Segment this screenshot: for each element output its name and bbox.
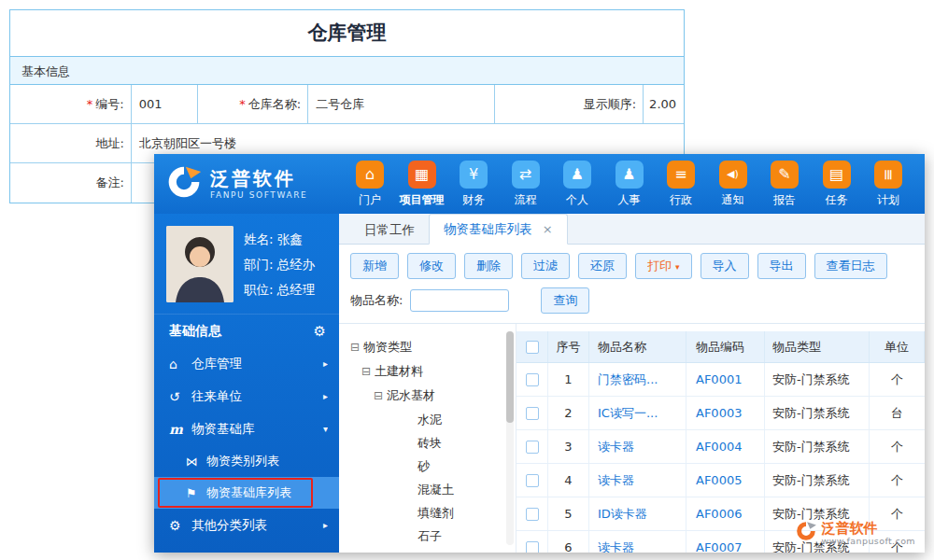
export-button[interactable]: 导出 — [757, 253, 806, 279]
nav-item-hr[interactable]: ♟ 人事 — [604, 161, 655, 208]
nav-item-process[interactable]: ⇄ 流程 — [501, 161, 551, 208]
collapse-icon[interactable]: ⊟ — [374, 389, 383, 402]
sidebar-item-material-category-list[interactable]: ⋈ 物资类别列表 — [154, 445, 339, 477]
col-unit: 单位 — [870, 331, 925, 362]
nav-item-finance[interactable]: ¥ 财务 — [448, 161, 499, 208]
item-name-input[interactable] — [410, 289, 509, 312]
caret-down-icon: ▾ — [675, 262, 680, 272]
item-name-link[interactable]: IC读写一... — [589, 397, 686, 429]
flag-icon: ⚑ — [186, 486, 206, 500]
nav-item-project[interactable]: ▦ 项目管理 — [397, 161, 447, 208]
home-icon: ⌂ — [169, 357, 191, 371]
sidebar-item-warehouse[interactable]: ⌂ 仓库管理 ▸ — [154, 347, 339, 380]
logo-subtitle: FANPU SOFTWARE — [210, 190, 307, 200]
section-header: 基本信息 — [10, 56, 684, 85]
address-label: 地址: — [10, 124, 132, 162]
item-name-label: 物品名称: — [350, 292, 403, 309]
logo-title: 泛普软件 — [210, 168, 307, 189]
gear-icon[interactable]: ⚙ — [314, 323, 326, 340]
category-tree: ⊟物资类型 ⊟土建材料 ⊟泥水基材 水泥 砖块 砂 混凝土 填缝剂 石子 ⊟钢材 — [339, 324, 517, 553]
admin-layers-icon: ≡ — [667, 161, 695, 189]
cycle-icon: ↺ — [169, 389, 191, 404]
tree-node[interactable]: 石子 — [350, 525, 502, 548]
code-field[interactable]: 001 — [132, 85, 199, 123]
row-checkbox[interactable] — [526, 508, 539, 521]
chevron-right-icon: ▸ — [323, 358, 328, 369]
item-name-link[interactable]: ID读卡器 — [589, 497, 686, 530]
delete-button[interactable]: 删除 — [464, 253, 513, 279]
items-table: 序号 物品名称 物品编码 物品类型 单位 1 门禁密码... AF0001 安防… — [517, 324, 925, 553]
table-row[interactable]: 4 读卡器 AF0005 安防-门禁系统 个 — [517, 464, 925, 497]
app-header: 泛普软件 FANPU SOFTWARE ⌂ 门户 ▦ 项目管理 ¥ 财务 ⇄ 流… — [154, 154, 925, 214]
tree-node[interactable]: 砖块 — [350, 431, 502, 455]
tree-scrollbar[interactable] — [506, 331, 514, 545]
tree-node[interactable]: ⊟物资类型 — [350, 335, 502, 359]
print-button[interactable]: 打印▾ — [635, 253, 692, 279]
sidebar-item-contacts[interactable]: ↺ 往来单位 ▸ — [154, 380, 339, 413]
item-name-link[interactable]: 门禁密码... — [589, 363, 686, 396]
nav-item-personal[interactable]: ♟ 个人 — [552, 161, 602, 208]
tree-node[interactable]: 水泥 — [350, 408, 502, 431]
grid-icon: ▦ — [408, 161, 436, 189]
item-name-link[interactable]: 读卡器 — [589, 464, 686, 497]
item-name-link[interactable]: 读卡器 — [589, 531, 686, 553]
tab-bar: 日常工作 物资基础库列表 × — [339, 214, 925, 245]
col-item-code: 物品编码 — [686, 331, 765, 362]
chevron-right-icon: ▸ — [323, 520, 328, 530]
tree-node[interactable]: 填缝剂 — [350, 501, 502, 525]
edit-button[interactable]: 修改 — [407, 253, 456, 279]
collapse-icon[interactable]: ⊟ — [361, 365, 371, 378]
row-checkbox[interactable] — [526, 441, 539, 454]
scrollbar-thumb[interactable] — [506, 331, 514, 423]
sidebar-item-other-category-list[interactable]: ⚙ 其他分类列表 ▸ — [154, 509, 339, 541]
sidebar-item-material-base[interactable]: m 物资基础库 ▾ — [154, 413, 339, 445]
warehouse-name-field[interactable]: 二号仓库 — [308, 85, 494, 123]
tree-node[interactable]: 砂 — [350, 455, 502, 478]
form-row: * 编号: 001 * 仓库名称: 二号仓库 显示顺序: 2.00 — [10, 85, 684, 124]
table-row[interactable]: 1 门禁密码... AF0001 安防-门禁系统 个 — [517, 363, 925, 397]
display-order-label: 显示顺序: — [495, 85, 644, 123]
nav-item-report[interactable]: ✎ 报告 — [759, 161, 810, 208]
fanpu-logo-icon — [165, 163, 203, 204]
nav-item-task[interactable]: ▤ 任务 — [812, 161, 862, 208]
sidebar-section-basic-info[interactable]: 基础信息 ⚙ — [154, 314, 339, 347]
nav-item-admin[interactable]: ≡ 行政 — [656, 161, 706, 208]
item-name-link[interactable]: 读卡器 — [589, 430, 686, 463]
watermark-title: 泛普软件 — [822, 521, 915, 536]
tree-node[interactable]: 混凝土 — [350, 478, 502, 501]
tab-daily-work[interactable]: 日常工作 — [350, 216, 429, 244]
table-row[interactable]: 3 读卡器 AF0004 安防-门禁系统 个 — [517, 430, 925, 464]
fanpu-watermark: 泛普软件 www.fanpusoft.com — [795, 520, 915, 546]
import-button[interactable]: 导入 — [700, 253, 749, 279]
sidebar-item-material-base-list[interactable]: ⚑ 物资基础库列表 — [154, 477, 339, 509]
query-button[interactable]: 查询 — [541, 287, 589, 314]
row-checkbox[interactable] — [526, 373, 539, 386]
tree-node[interactable]: ⊟泥水基材 — [350, 384, 502, 408]
collapse-icon[interactable]: ⊟ — [350, 341, 360, 354]
chevron-right-icon: ▸ — [323, 391, 328, 401]
select-all-checkbox[interactable] — [526, 341, 539, 354]
add-button[interactable]: 新增 — [350, 253, 399, 279]
person-icon: ♟ — [563, 161, 591, 189]
view-log-button[interactable]: 查看日志 — [814, 253, 887, 279]
row-checkbox[interactable] — [526, 407, 539, 420]
row-checkbox[interactable] — [526, 541, 539, 553]
restore-button[interactable]: 还原 — [578, 253, 627, 279]
nav-item-plan[interactable]: ≡ 计划 — [863, 161, 913, 208]
row-checkbox[interactable] — [526, 474, 539, 487]
nav-item-portal[interactable]: ⌂ 门户 — [345, 161, 395, 208]
tab-material-base-list[interactable]: 物资基础库列表 × — [429, 214, 568, 245]
profile-title: 职位: 总经理 — [244, 277, 315, 302]
speaker-icon: ◀) — [719, 161, 747, 189]
nav-item-notice[interactable]: ◀) 通知 — [708, 161, 758, 208]
table-row[interactable]: 2 IC读写一... AF0003 安防-门禁系统 台 — [517, 397, 925, 430]
home-icon: ⌂ — [356, 161, 384, 189]
display-order-field[interactable]: 2.00 — [644, 85, 684, 123]
required-mark: * — [87, 97, 93, 111]
filter-button[interactable]: 过滤 — [521, 253, 570, 279]
tab-close-icon[interactable]: × — [543, 222, 553, 236]
tree-node[interactable]: ⊟土建材料 — [350, 359, 502, 384]
required-mark: * — [239, 97, 246, 111]
table-header: 序号 物品名称 物品编码 物品类型 单位 — [517, 331, 925, 363]
tree-node[interactable]: ⊟钢材 — [350, 548, 502, 553]
